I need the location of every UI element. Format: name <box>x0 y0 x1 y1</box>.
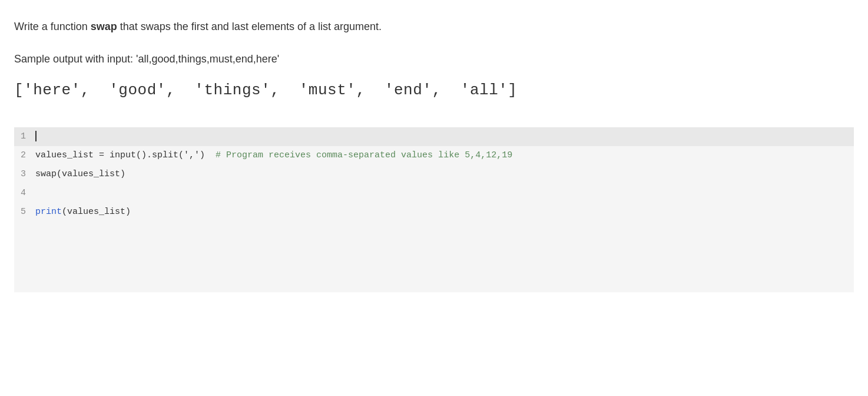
sample-output-label: Sample output with input: 'all,good,thin… <box>14 51 854 67</box>
code-text-5: (values_list) <box>62 207 131 217</box>
line-number-4: 4 <box>14 184 35 203</box>
output-display: ['here', 'good', 'things', 'must', 'end'… <box>14 81 854 99</box>
cursor <box>35 131 37 141</box>
line-number-1: 1 <box>14 127 35 146</box>
code-line-3[interactable]: 3 swap(values_list) <box>14 165 854 184</box>
page-container: Write a function swap that swaps the fir… <box>0 0 868 306</box>
line-content-3: swap(values_list) <box>35 165 854 184</box>
code-line-1[interactable]: 1 <box>14 127 854 146</box>
output-text: ['here', 'good', 'things', 'must', 'end'… <box>14 81 518 99</box>
line-number-3: 3 <box>14 165 35 184</box>
code-line-5[interactable]: 5 print(values_list) <box>14 203 854 222</box>
code-comment-2: # Program receives comma-separated value… <box>216 150 512 160</box>
code-text-2a: values_list = input().split(',') <box>35 150 205 160</box>
line-number-2: 2 <box>14 146 35 165</box>
line-content-2: values_list = input().split(',') # Progr… <box>35 146 854 165</box>
code-line-2[interactable]: 2 values_list = input().split(',') # Pro… <box>14 146 854 165</box>
code-editor[interactable]: 1 2 values_list = input().split(',') # P… <box>14 127 854 292</box>
line-content-5: print(values_list) <box>35 203 854 222</box>
bold-swap: swap <box>91 21 117 32</box>
keyword-print: print <box>35 207 62 217</box>
code-line-4[interactable]: 4 <box>14 184 854 203</box>
line-content-1 <box>35 127 854 146</box>
code-editor-inner: 1 2 values_list = input().split(',') # P… <box>14 127 854 222</box>
code-text-3: swap(values_list) <box>35 169 125 179</box>
line-number-5: 5 <box>14 203 35 222</box>
instruction-text: Write a function swap that swaps the fir… <box>14 19 854 35</box>
